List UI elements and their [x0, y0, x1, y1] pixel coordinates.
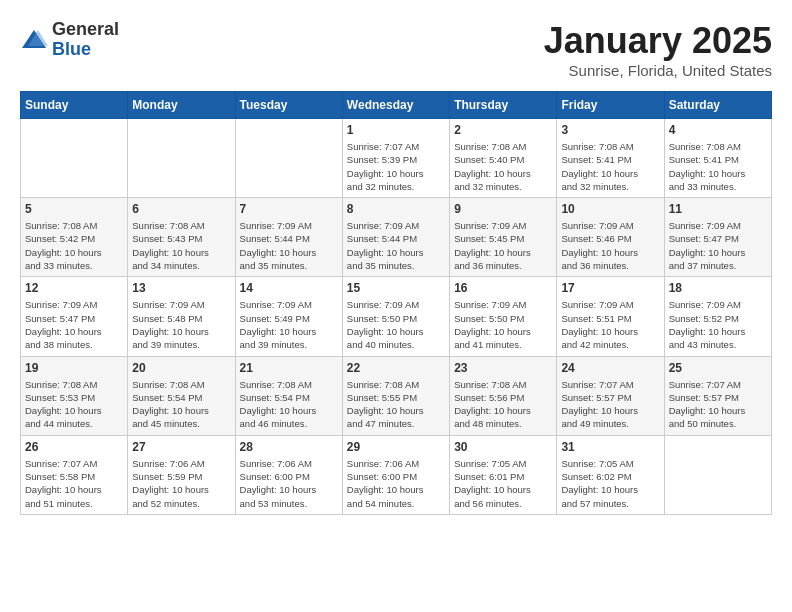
day-info: Sunrise: 7:09 AM Sunset: 5:48 PM Dayligh… [132, 298, 230, 351]
logo-blue-text: Blue [52, 40, 119, 60]
day-number: 8 [347, 202, 445, 216]
calendar-cell: 10Sunrise: 7:09 AM Sunset: 5:46 PM Dayli… [557, 198, 664, 277]
day-number: 11 [669, 202, 767, 216]
day-number: 25 [669, 361, 767, 375]
calendar-week-1: 1Sunrise: 7:07 AM Sunset: 5:39 PM Daylig… [21, 119, 772, 198]
calendar-cell: 20Sunrise: 7:08 AM Sunset: 5:54 PM Dayli… [128, 356, 235, 435]
day-number: 23 [454, 361, 552, 375]
day-info: Sunrise: 7:08 AM Sunset: 5:55 PM Dayligh… [347, 378, 445, 431]
day-number: 1 [347, 123, 445, 137]
day-info: Sunrise: 7:09 AM Sunset: 5:44 PM Dayligh… [240, 219, 338, 272]
day-info: Sunrise: 7:09 AM Sunset: 5:45 PM Dayligh… [454, 219, 552, 272]
logo: General Blue [20, 20, 119, 60]
calendar-cell: 12Sunrise: 7:09 AM Sunset: 5:47 PM Dayli… [21, 277, 128, 356]
weekday-header-tuesday: Tuesday [235, 92, 342, 119]
day-number: 27 [132, 440, 230, 454]
day-info: Sunrise: 7:08 AM Sunset: 5:43 PM Dayligh… [132, 219, 230, 272]
calendar-body: 1Sunrise: 7:07 AM Sunset: 5:39 PM Daylig… [21, 119, 772, 515]
day-info: Sunrise: 7:09 AM Sunset: 5:47 PM Dayligh… [669, 219, 767, 272]
month-title: January 2025 [544, 20, 772, 62]
day-number: 3 [561, 123, 659, 137]
day-info: Sunrise: 7:08 AM Sunset: 5:41 PM Dayligh… [561, 140, 659, 193]
day-info: Sunrise: 7:06 AM Sunset: 6:00 PM Dayligh… [347, 457, 445, 510]
day-info: Sunrise: 7:07 AM Sunset: 5:58 PM Dayligh… [25, 457, 123, 510]
day-info: Sunrise: 7:05 AM Sunset: 6:01 PM Dayligh… [454, 457, 552, 510]
calendar-cell: 15Sunrise: 7:09 AM Sunset: 5:50 PM Dayli… [342, 277, 449, 356]
calendar-cell: 8Sunrise: 7:09 AM Sunset: 5:44 PM Daylig… [342, 198, 449, 277]
day-number: 28 [240, 440, 338, 454]
day-info: Sunrise: 7:05 AM Sunset: 6:02 PM Dayligh… [561, 457, 659, 510]
day-info: Sunrise: 7:08 AM Sunset: 5:40 PM Dayligh… [454, 140, 552, 193]
day-number: 31 [561, 440, 659, 454]
calendar-cell: 2Sunrise: 7:08 AM Sunset: 5:40 PM Daylig… [450, 119, 557, 198]
logo-text: General Blue [52, 20, 119, 60]
calendar-cell: 23Sunrise: 7:08 AM Sunset: 5:56 PM Dayli… [450, 356, 557, 435]
calendar-cell: 13Sunrise: 7:09 AM Sunset: 5:48 PM Dayli… [128, 277, 235, 356]
day-number: 14 [240, 281, 338, 295]
weekday-header-sunday: Sunday [21, 92, 128, 119]
day-info: Sunrise: 7:09 AM Sunset: 5:52 PM Dayligh… [669, 298, 767, 351]
calendar-table: SundayMondayTuesdayWednesdayThursdayFrid… [20, 91, 772, 515]
calendar-week-2: 5Sunrise: 7:08 AM Sunset: 5:42 PM Daylig… [21, 198, 772, 277]
day-info: Sunrise: 7:07 AM Sunset: 5:39 PM Dayligh… [347, 140, 445, 193]
calendar-cell: 30Sunrise: 7:05 AM Sunset: 6:01 PM Dayli… [450, 435, 557, 514]
page: General Blue January 2025 Sunrise, Flori… [0, 0, 792, 612]
calendar-cell: 7Sunrise: 7:09 AM Sunset: 5:44 PM Daylig… [235, 198, 342, 277]
day-info: Sunrise: 7:07 AM Sunset: 5:57 PM Dayligh… [561, 378, 659, 431]
calendar-cell [235, 119, 342, 198]
calendar-cell: 4Sunrise: 7:08 AM Sunset: 5:41 PM Daylig… [664, 119, 771, 198]
day-number: 21 [240, 361, 338, 375]
day-number: 15 [347, 281, 445, 295]
day-info: Sunrise: 7:08 AM Sunset: 5:54 PM Dayligh… [240, 378, 338, 431]
day-number: 7 [240, 202, 338, 216]
calendar-cell: 19Sunrise: 7:08 AM Sunset: 5:53 PM Dayli… [21, 356, 128, 435]
day-number: 5 [25, 202, 123, 216]
day-info: Sunrise: 7:08 AM Sunset: 5:54 PM Dayligh… [132, 378, 230, 431]
calendar-cell: 14Sunrise: 7:09 AM Sunset: 5:49 PM Dayli… [235, 277, 342, 356]
calendar-cell: 1Sunrise: 7:07 AM Sunset: 5:39 PM Daylig… [342, 119, 449, 198]
day-number: 29 [347, 440, 445, 454]
day-number: 17 [561, 281, 659, 295]
day-info: Sunrise: 7:06 AM Sunset: 6:00 PM Dayligh… [240, 457, 338, 510]
calendar-cell: 25Sunrise: 7:07 AM Sunset: 5:57 PM Dayli… [664, 356, 771, 435]
calendar-cell: 3Sunrise: 7:08 AM Sunset: 5:41 PM Daylig… [557, 119, 664, 198]
day-number: 12 [25, 281, 123, 295]
calendar-week-5: 26Sunrise: 7:07 AM Sunset: 5:58 PM Dayli… [21, 435, 772, 514]
calendar-cell: 29Sunrise: 7:06 AM Sunset: 6:00 PM Dayli… [342, 435, 449, 514]
calendar-cell: 11Sunrise: 7:09 AM Sunset: 5:47 PM Dayli… [664, 198, 771, 277]
logo-icon [20, 26, 48, 54]
day-number: 24 [561, 361, 659, 375]
day-info: Sunrise: 7:09 AM Sunset: 5:46 PM Dayligh… [561, 219, 659, 272]
calendar-cell [21, 119, 128, 198]
calendar-header: SundayMondayTuesdayWednesdayThursdayFrid… [21, 92, 772, 119]
weekday-header-monday: Monday [128, 92, 235, 119]
day-number: 30 [454, 440, 552, 454]
calendar-cell: 26Sunrise: 7:07 AM Sunset: 5:58 PM Dayli… [21, 435, 128, 514]
day-number: 19 [25, 361, 123, 375]
title-block: January 2025 Sunrise, Florida, United St… [544, 20, 772, 79]
calendar-cell: 16Sunrise: 7:09 AM Sunset: 5:50 PM Dayli… [450, 277, 557, 356]
calendar-cell: 9Sunrise: 7:09 AM Sunset: 5:45 PM Daylig… [450, 198, 557, 277]
day-info: Sunrise: 7:08 AM Sunset: 5:56 PM Dayligh… [454, 378, 552, 431]
header: General Blue January 2025 Sunrise, Flori… [20, 20, 772, 79]
day-info: Sunrise: 7:09 AM Sunset: 5:50 PM Dayligh… [347, 298, 445, 351]
day-number: 2 [454, 123, 552, 137]
day-number: 6 [132, 202, 230, 216]
calendar-cell: 17Sunrise: 7:09 AM Sunset: 5:51 PM Dayli… [557, 277, 664, 356]
location: Sunrise, Florida, United States [544, 62, 772, 79]
day-info: Sunrise: 7:08 AM Sunset: 5:53 PM Dayligh… [25, 378, 123, 431]
day-number: 18 [669, 281, 767, 295]
calendar-week-4: 19Sunrise: 7:08 AM Sunset: 5:53 PM Dayli… [21, 356, 772, 435]
day-info: Sunrise: 7:09 AM Sunset: 5:51 PM Dayligh… [561, 298, 659, 351]
calendar-cell: 24Sunrise: 7:07 AM Sunset: 5:57 PM Dayli… [557, 356, 664, 435]
day-number: 20 [132, 361, 230, 375]
day-info: Sunrise: 7:07 AM Sunset: 5:57 PM Dayligh… [669, 378, 767, 431]
day-number: 4 [669, 123, 767, 137]
weekday-header-friday: Friday [557, 92, 664, 119]
calendar-cell: 6Sunrise: 7:08 AM Sunset: 5:43 PM Daylig… [128, 198, 235, 277]
calendar-cell: 22Sunrise: 7:08 AM Sunset: 5:55 PM Dayli… [342, 356, 449, 435]
day-info: Sunrise: 7:08 AM Sunset: 5:41 PM Dayligh… [669, 140, 767, 193]
calendar-cell: 27Sunrise: 7:06 AM Sunset: 5:59 PM Dayli… [128, 435, 235, 514]
day-info: Sunrise: 7:08 AM Sunset: 5:42 PM Dayligh… [25, 219, 123, 272]
weekday-row: SundayMondayTuesdayWednesdayThursdayFrid… [21, 92, 772, 119]
